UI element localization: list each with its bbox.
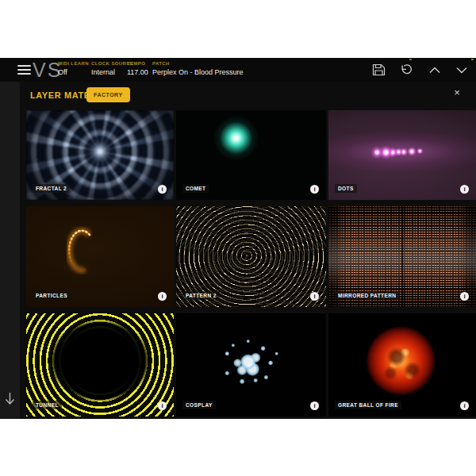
material-name-label: DOTS (335, 184, 357, 193)
left-rail (0, 82, 20, 419)
vs-app-window: VS MIDI LEARN Off CLOCK SOURCE Internal … (0, 58, 476, 419)
indicator-dot (409, 59, 412, 60)
material-name-label: MIRRORED PATTERN (335, 291, 399, 300)
chevron-down-icon[interactable] (455, 67, 468, 74)
material-name-label: COSPLAY (182, 401, 216, 409)
material-tile-fractal-2[interactable]: FRACTAL 2 i (26, 110, 174, 200)
material-name-label: PARTICLES (33, 291, 71, 300)
material-grid: FRACTAL 2 i COMET i DOTS i (26, 110, 476, 416)
info-icon[interactable]: i (158, 292, 167, 301)
tempo-value: 117.00 (127, 68, 148, 76)
material-name-label: FRACTAL 2 (33, 184, 70, 193)
info-icon[interactable]: i (310, 292, 319, 301)
undo-icon[interactable] (400, 63, 413, 76)
tempo-field[interactable]: TEMPO 117.00 (127, 61, 148, 76)
material-tile-pattern-2[interactable]: PATTERN 2 i (176, 206, 326, 307)
material-name-label: GREAT BALL OF FIRE (335, 401, 401, 409)
close-icon[interactable]: × (451, 86, 463, 99)
layer-material-panel: LAYER MATERIAL FACTORY × FRACTAL 2 i COM… (20, 82, 476, 419)
material-name-label: TUNNEL (33, 401, 62, 409)
info-icon[interactable]: i (310, 401, 319, 410)
material-name-label: COMET (182, 184, 209, 193)
material-tile-tunnel[interactable]: TUNNEL i (26, 313, 174, 416)
patch-label: PATCH (152, 61, 244, 66)
factory-bank-button[interactable]: FACTORY (86, 87, 130, 102)
material-name-label: PATTERN 2 (182, 291, 220, 300)
info-icon[interactable]: i (460, 292, 469, 301)
indicator-dot (471, 59, 474, 60)
chevron-up-icon[interactable] (428, 67, 441, 74)
patch-field[interactable]: PATCH Perplex On - Blood Pressure (152, 61, 244, 76)
screenshot-page: { "topbar": { "logo": "VS", "fields": [ … (0, 0, 476, 476)
material-tile-particles[interactable]: PARTICLES i (26, 206, 174, 307)
info-icon[interactable]: i (460, 185, 469, 194)
scroll-down-arrow-icon[interactable] (5, 392, 15, 409)
top-bar: VS MIDI LEARN Off CLOCK SOURCE Internal … (0, 58, 476, 83)
info-icon[interactable]: i (158, 401, 167, 410)
save-icon[interactable] (372, 63, 386, 76)
material-tile-mirrored-pattern[interactable]: MIRRORED PATTERN i (328, 206, 476, 307)
midi-learn-field[interactable]: MIDI LEARN Off (58, 61, 89, 76)
menu-icon[interactable] (17, 65, 31, 75)
material-tile-cosplay[interactable]: COSPLAY i (176, 313, 326, 416)
info-icon[interactable]: i (310, 185, 319, 194)
material-tile-dots[interactable]: DOTS i (328, 110, 476, 200)
material-tile-great-ball-of-fire[interactable]: GREAT BALL OF FIRE i (328, 313, 476, 416)
midi-learn-label: MIDI LEARN (58, 61, 89, 66)
material-tile-comet[interactable]: COMET i (176, 110, 326, 200)
midi-learn-value: Off (58, 68, 89, 76)
patch-value: Perplex On - Blood Pressure (152, 68, 244, 76)
info-icon[interactable]: i (460, 401, 469, 410)
tempo-label: TEMPO (127, 61, 148, 66)
info-icon[interactable]: i (158, 185, 167, 194)
